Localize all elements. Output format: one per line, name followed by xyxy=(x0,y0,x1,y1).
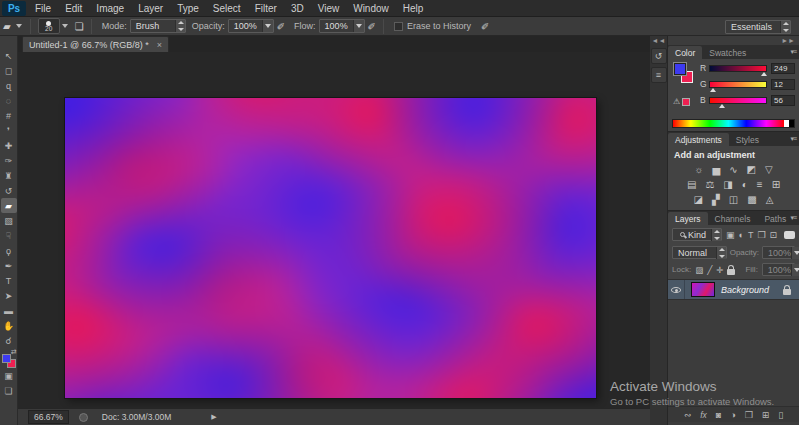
gamut-color-chip[interactable] xyxy=(682,98,690,106)
panel-menu-icon[interactable]: ▾≡ xyxy=(790,135,796,143)
menu-help[interactable]: Help xyxy=(403,3,424,14)
zoom-level-field[interactable]: 66.67% xyxy=(28,410,69,424)
chevron-down-icon[interactable] xyxy=(16,24,22,28)
history-panel-button[interactable]: ↺ xyxy=(651,48,667,64)
tool-rectangular-marquee[interactable]: ◻ xyxy=(1,63,17,78)
layer-fill-field[interactable]: 100% xyxy=(762,263,795,276)
slider-thumb-icon[interactable] xyxy=(719,104,725,108)
airbrush-icon[interactable]: ✐ xyxy=(368,21,376,32)
menu-file[interactable]: File xyxy=(35,3,51,14)
filter-shape-layers-icon[interactable]: ❒ xyxy=(757,230,765,240)
tool-zoom[interactable]: ☌ xyxy=(1,333,17,348)
workspace-switcher[interactable]: Essentials xyxy=(725,20,791,34)
menu-3d[interactable]: 3D xyxy=(291,3,304,14)
filter-adjustment-layers-icon[interactable]: ◐ xyxy=(739,230,744,240)
filter-toggle-switch[interactable] xyxy=(784,231,795,239)
menu-type[interactable]: Type xyxy=(177,3,199,14)
g-value-field[interactable]: 12 xyxy=(771,79,795,90)
tool-smudge[interactable]: ☟ xyxy=(1,228,17,243)
tool-gradient[interactable]: ▧ xyxy=(1,213,17,228)
tool-eraser-selected[interactable]: ▰ xyxy=(1,198,17,213)
tab-color[interactable]: Color xyxy=(668,46,702,59)
new-layer-icon[interactable]: ⊞ xyxy=(762,410,770,420)
brush-preset-picker[interactable]: 20 xyxy=(38,18,60,34)
tab-swatches[interactable]: Swatches xyxy=(702,46,753,59)
g-slider[interactable] xyxy=(709,81,767,88)
stepper-icon[interactable] xyxy=(711,229,721,241)
adj-photo-filter-icon[interactable]: ◐ xyxy=(742,179,748,190)
canvas[interactable] xyxy=(65,98,596,398)
tab-styles[interactable]: Styles xyxy=(729,133,766,146)
toggle-brush-panel-icon[interactable]: ❏ xyxy=(75,21,84,32)
stepper-icon[interactable] xyxy=(780,21,790,33)
tab-channels[interactable]: Channels xyxy=(708,212,758,225)
adj-posterize-icon[interactable]: ▞ xyxy=(712,194,720,205)
filter-type-layers-icon[interactable]: T xyxy=(748,230,754,240)
layer-effects-icon[interactable]: fx xyxy=(700,410,707,420)
adj-threshold-icon[interactable]: ◫ xyxy=(729,194,738,205)
lock-position-icon[interactable]: ✛ xyxy=(716,265,723,275)
slider-thumb-icon[interactable] xyxy=(761,72,767,76)
adj-vibrance-icon[interactable]: ▽ xyxy=(765,164,773,175)
filter-pixel-layers-icon[interactable]: ▣ xyxy=(726,230,735,240)
tool-quick-selection[interactable]: ◌ xyxy=(1,93,17,108)
foreground-color-swatch[interactable] xyxy=(2,354,11,363)
tool-hand[interactable]: ✋ xyxy=(1,318,17,333)
adj-levels-icon[interactable]: ▅ xyxy=(712,164,720,175)
menu-layer[interactable]: Layer xyxy=(138,3,163,14)
dropdown-arrow-icon[interactable] xyxy=(353,20,364,32)
lock-image-pixels-icon[interactable]: ╱ xyxy=(707,265,712,275)
tool-dodge[interactable]: ϙ xyxy=(1,243,17,258)
adj-channel-mixer-icon[interactable]: ≡ xyxy=(757,179,763,190)
erase-to-history-checkbox[interactable] xyxy=(394,22,403,31)
filter-kind-select[interactable]: Kind xyxy=(672,228,722,241)
properties-panel-button[interactable]: ≡ xyxy=(651,67,667,83)
expand-panels-icon[interactable]: ◄◄ xyxy=(650,36,667,45)
chevron-down-icon[interactable] xyxy=(62,24,68,28)
opacity-field[interactable]: 100% xyxy=(228,19,274,33)
blend-mode-select[interactable]: Normal xyxy=(672,246,727,259)
menu-window[interactable]: Window xyxy=(353,3,389,14)
visibility-cell[interactable] xyxy=(668,280,685,299)
link-layers-icon[interactable]: ∾ xyxy=(684,410,692,420)
collapse-panels-icon[interactable]: ►► xyxy=(668,36,799,45)
tool-screen-mode[interactable]: ❏ xyxy=(1,383,17,398)
layer-opacity-field[interactable]: 100% xyxy=(762,246,795,259)
tab-adjustments[interactable]: Adjustments xyxy=(668,133,729,146)
tool-spot-healing[interactable]: ✚ xyxy=(1,138,17,153)
tool-brush[interactable]: ✑ xyxy=(1,153,17,168)
tool-lasso[interactable]: ɋ xyxy=(1,78,17,93)
tab-layers[interactable]: Layers xyxy=(668,212,708,225)
smoothing-icon[interactable]: ✐ xyxy=(481,21,489,32)
lock-transparent-pixels-icon[interactable]: ▨ xyxy=(695,265,703,275)
r-value-field[interactable]: 249 xyxy=(771,63,795,74)
adj-black-white-icon[interactable]: ◨ xyxy=(723,179,732,190)
airbrush-icon[interactable]: ✐ xyxy=(277,21,285,32)
tool-clone-stamp[interactable]: ♜ xyxy=(1,168,17,183)
adj-exposure-icon[interactable]: ◩ xyxy=(747,164,756,175)
tool-pen[interactable]: ✒ xyxy=(1,258,17,273)
adj-curves-icon[interactable]: ∿ xyxy=(729,164,737,175)
adj-brightness-contrast-icon[interactable]: ☼ xyxy=(694,164,703,175)
adj-selective-color-icon[interactable]: ◬ xyxy=(766,194,774,205)
lock-all-icon[interactable] xyxy=(727,269,735,275)
menu-edit[interactable]: Edit xyxy=(65,3,82,14)
tool-path-selection[interactable]: ➤ xyxy=(1,288,17,303)
tool-rectangle-shape[interactable]: ▬ xyxy=(1,303,17,318)
layer-row-background[interactable]: Background xyxy=(668,280,799,300)
new-adjustment-layer-icon[interactable]: ◑ xyxy=(730,410,735,420)
gamut-warning[interactable]: ⚠ xyxy=(673,97,690,106)
foreground-color-swatch[interactable] xyxy=(674,63,686,75)
dropdown-arrow-icon[interactable] xyxy=(791,247,799,259)
menu-image[interactable]: Image xyxy=(96,3,124,14)
dropdown-arrow-icon[interactable] xyxy=(791,264,799,276)
menu-filter[interactable]: Filter xyxy=(255,3,277,14)
color-spectrum-ramp[interactable] xyxy=(672,119,795,128)
menu-view[interactable]: View xyxy=(318,3,340,14)
new-group-icon[interactable]: ❒ xyxy=(745,410,753,420)
b-value-field[interactable]: 56 xyxy=(771,95,795,106)
flow-field[interactable]: 100% xyxy=(319,19,365,33)
mode-select[interactable]: Brush xyxy=(130,19,186,33)
menu-select[interactable]: Select xyxy=(213,3,241,14)
panel-menu-icon[interactable]: ▾≡ xyxy=(790,214,796,222)
